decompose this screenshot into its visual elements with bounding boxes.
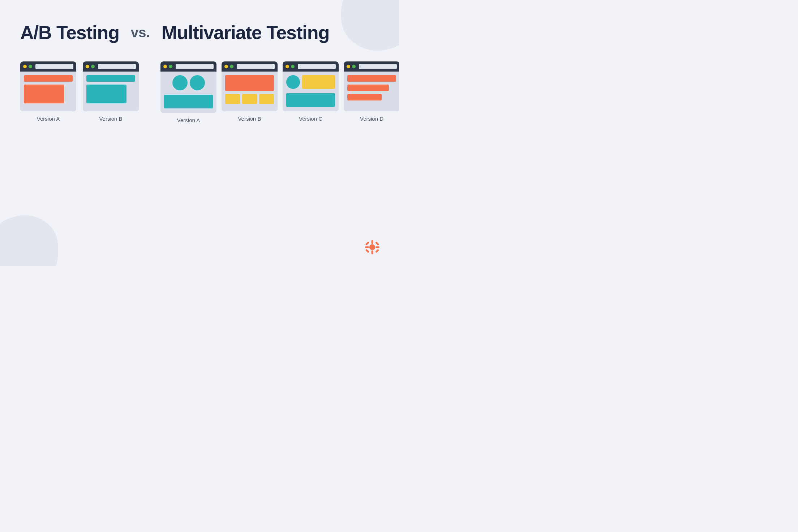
dot-yellow-ab-a (23, 65, 27, 68)
browser-bar-ab-a (20, 61, 76, 72)
browser-mockup-ab-a (20, 61, 76, 111)
browser-mockup-ab-b (83, 61, 139, 111)
yellow-rect-mv-c (302, 75, 335, 89)
browser-content-mv-d (344, 72, 399, 111)
svg-point-0 (369, 244, 375, 250)
browser-mockup-mv-a (160, 61, 216, 113)
orange-block-a (24, 85, 64, 103)
mv-version-c: Version C (283, 61, 339, 122)
dot-yellow-mv-b (224, 65, 228, 68)
svg-rect-3 (365, 246, 369, 248)
svg-rect-4 (376, 246, 379, 248)
url-bar-mv-c (298, 64, 336, 69)
teal-block-b (86, 85, 126, 103)
ab-testing-title: A/B Testing (20, 22, 119, 43)
teal-bottom-mv-c (286, 93, 335, 107)
browser-content-ab-a (20, 72, 76, 111)
dot-yellow-ab-b (86, 65, 89, 68)
dot-yellow-mv-a (163, 65, 167, 68)
circle-mv-c (286, 75, 300, 89)
svg-rect-6 (375, 241, 379, 245)
ab-version-b: Version B (83, 61, 139, 122)
dot-yellow-mv-d (347, 65, 350, 68)
mv-version-a-label: Version A (177, 117, 200, 123)
mv-version-a: Version A (160, 61, 216, 123)
svg-rect-1 (372, 240, 373, 244)
circle-left-mv-a (172, 75, 188, 90)
url-bar-ab-a (35, 64, 73, 69)
vs-label: vs. (131, 25, 150, 40)
mv-version-c-label: Version C (299, 116, 322, 122)
orange-bar-2-mv-d (347, 85, 389, 91)
circle-right-mv-a (190, 75, 205, 90)
title-row: A/B Testing vs. Multivariate Testing (20, 22, 379, 43)
url-bar-mv-a (176, 64, 214, 69)
browser-content-mv-c (283, 72, 339, 111)
yellow-block-3-mv-b (259, 94, 274, 104)
browser-content-mv-a (160, 72, 216, 113)
orange-top-mv-b (225, 75, 274, 91)
mv-version-b: Version B (222, 61, 278, 122)
svg-rect-2 (372, 250, 373, 254)
mv-version-d: Version D (344, 61, 399, 122)
browser-mockup-mv-d (344, 61, 399, 111)
url-bar-ab-b (98, 64, 136, 69)
hubspot-logo (364, 239, 381, 256)
mv-version-d-label: Version D (360, 116, 383, 122)
teal-bottom-mv-a (164, 95, 213, 108)
mv-c-top-row (286, 75, 335, 89)
browser-bar-ab-b (83, 61, 139, 72)
browser-mockup-mv-b (222, 61, 278, 111)
browser-content-ab-b (83, 72, 139, 111)
url-bar-mv-d (359, 64, 397, 69)
svg-rect-8 (375, 249, 379, 253)
teal-bar-top-b (86, 75, 135, 82)
orange-bar-3-mv-d (347, 94, 382, 100)
main-container: A/B Testing vs. Multivariate Testing (0, 0, 399, 266)
dot-green-ab-a (29, 65, 32, 68)
mv-version-b-label: Version B (238, 116, 261, 122)
browser-content-mv-b (222, 72, 278, 111)
svg-rect-5 (365, 241, 369, 245)
browser-bar-mv-d (344, 61, 399, 72)
browser-bar-mv-c (283, 61, 339, 72)
yellow-block-1-mv-b (225, 94, 240, 104)
browser-bar-mv-b (222, 61, 278, 72)
dot-green-mv-d (352, 65, 356, 68)
url-bar-mv-b (237, 64, 275, 69)
dot-green-mv-b (230, 65, 233, 68)
orange-bar-1-mv-d (347, 75, 396, 82)
mv-section: Version A (160, 61, 399, 123)
ab-version-a: Version A (20, 61, 76, 122)
browser-mockup-mv-c (283, 61, 339, 111)
ab-version-a-label: Version A (37, 116, 60, 122)
dot-green-ab-b (91, 65, 95, 68)
mv-a-circles (164, 75, 213, 90)
versions-row: Version A Version B (20, 61, 379, 130)
browser-bar-mv-a (160, 61, 216, 72)
dot-green-mv-a (169, 65, 172, 68)
dot-yellow-mv-c (286, 65, 289, 68)
dot-green-mv-c (291, 65, 295, 68)
svg-rect-7 (365, 249, 369, 253)
ab-version-b-label: Version B (99, 116, 122, 122)
yellow-block-2-mv-b (242, 94, 257, 104)
yellow-grid-mv-b (225, 94, 274, 104)
orange-bar-top-a (24, 75, 73, 82)
multivariate-testing-title: Multivariate Testing (162, 22, 329, 43)
ab-section: Version A Version B (20, 61, 139, 122)
